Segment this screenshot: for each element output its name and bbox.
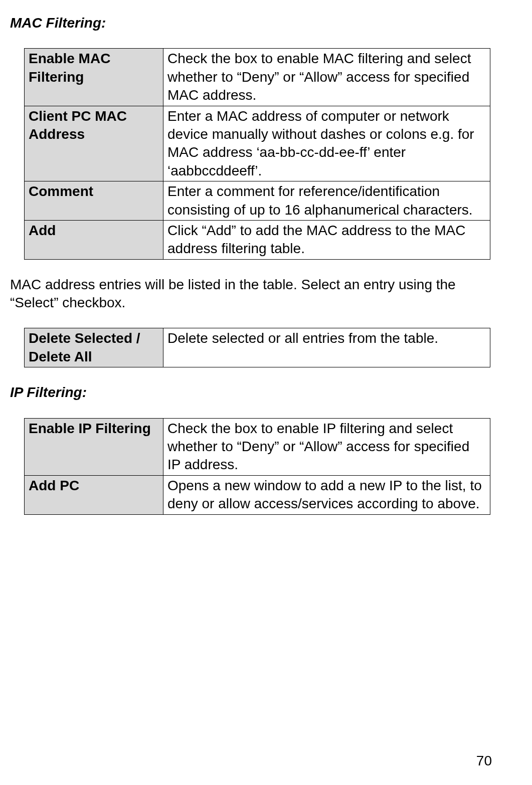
- param-desc: Opens a new window to add a new IP to th…: [163, 475, 490, 514]
- param-label: Client PC MAC Address: [25, 106, 163, 181]
- table-row: Enable IP Filtering Check the box to ena…: [25, 418, 490, 475]
- table-row: Add Click “Add” to add the MAC address t…: [25, 220, 490, 259]
- table-row: Add PC Opens a new window to add a new I…: [25, 475, 490, 514]
- param-desc: Delete selected or all entries from the …: [163, 328, 490, 367]
- table-row: Delete Selected / Delete All Delete sele…: [25, 328, 490, 367]
- ip-filtering-heading: IP Filtering:: [10, 383, 507, 402]
- mac-filtering-body: MAC address entries will be listed in th…: [10, 276, 507, 312]
- mac-filtering-table: Enable MAC Filtering Check the box to en…: [24, 48, 490, 259]
- param-label: Comment: [25, 181, 163, 221]
- mac-filtering-heading: MAC Filtering:: [10, 14, 507, 32]
- page-number: 70: [476, 752, 492, 770]
- table-row: Comment Enter a comment for reference/id…: [25, 181, 490, 221]
- param-desc: Enter a comment for reference/identifica…: [163, 181, 490, 221]
- param-label: Enable MAC Filtering: [25, 49, 163, 106]
- ip-filtering-table: Enable IP Filtering Check the box to ena…: [24, 418, 490, 515]
- param-desc: Check the box to enable IP filtering and…: [163, 418, 490, 475]
- param-desc: Enter a MAC address of computer or netwo…: [163, 106, 490, 181]
- param-label: Delete Selected / Delete All: [25, 328, 163, 367]
- table-row: Client PC MAC Address Enter a MAC addres…: [25, 106, 490, 181]
- table-row: Enable MAC Filtering Check the box to en…: [25, 49, 490, 106]
- param-desc: Check the box to enable MAC filtering an…: [163, 49, 490, 106]
- mac-delete-table: Delete Selected / Delete All Delete sele…: [24, 328, 490, 367]
- param-label: Add PC: [25, 475, 163, 514]
- page-content: MAC Filtering: Enable MAC Filtering Chec…: [10, 14, 507, 779]
- param-desc: Click “Add” to add the MAC address to th…: [163, 220, 490, 259]
- param-label: Add: [25, 220, 163, 259]
- param-label: Enable IP Filtering: [25, 418, 163, 475]
